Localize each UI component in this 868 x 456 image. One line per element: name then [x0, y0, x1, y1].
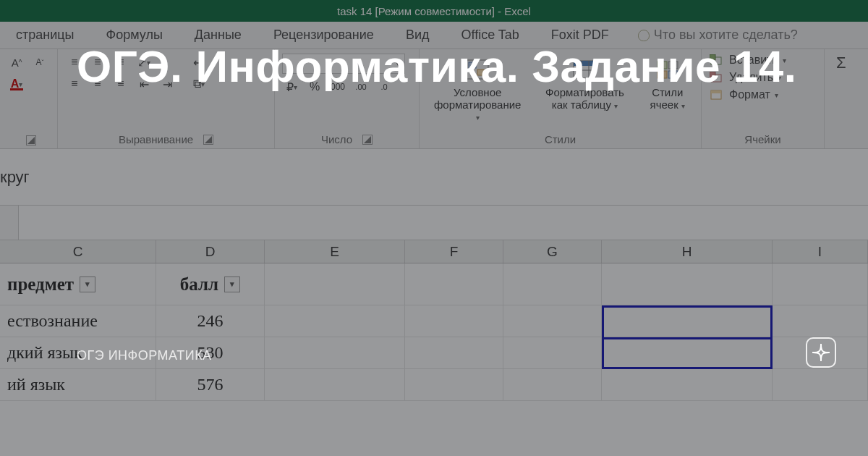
- cell[interactable]: [773, 369, 868, 401]
- article-title: ОГЭ. Информатика. Задание 14.: [77, 40, 839, 93]
- cell[interactable]: [503, 305, 602, 337]
- cell[interactable]: [503, 263, 602, 305]
- cell[interactable]: ествознание: [0, 305, 156, 337]
- cell[interactable]: 246: [156, 305, 265, 337]
- cell[interactable]: [265, 337, 405, 369]
- col-header-f[interactable]: F: [405, 240, 503, 263]
- column-headers: C D E F G H I: [0, 240, 868, 263]
- cell[interactable]: [265, 305, 405, 337]
- window-titlebar: task 14 [Режим совместимости] - Excel: [0, 0, 868, 22]
- cell[interactable]: [405, 337, 503, 369]
- font-dialog-launcher[interactable]: [26, 135, 36, 145]
- article-author: ОГЭ ИНФОРМАТИКА: [77, 348, 212, 363]
- cell[interactable]: [265, 263, 405, 305]
- cell[interactable]: [503, 369, 602, 401]
- filter-icon[interactable]: ▾: [80, 276, 95, 292]
- cell[interactable]: [602, 337, 773, 369]
- col-header-e[interactable]: E: [265, 240, 405, 263]
- col-header-c[interactable]: C: [0, 240, 156, 263]
- cell[interactable]: [602, 263, 773, 305]
- cell[interactable]: [602, 369, 773, 401]
- cell[interactable]: [503, 337, 602, 369]
- font-shrink-button[interactable]: Aˇ: [30, 54, 49, 71]
- spacer-row: [0, 206, 868, 240]
- cell[interactable]: [265, 369, 405, 401]
- formula-bar-text: круг: [0, 168, 30, 187]
- font-group: A^ Aˇ A ▾: [0, 49, 58, 148]
- font-grow-button[interactable]: A^: [7, 54, 26, 71]
- font-color-button[interactable]: A ▾: [7, 75, 26, 93]
- alignment-group-label: Выравнивание: [119, 133, 193, 145]
- cell[interactable]: [405, 263, 503, 305]
- cell[interactable]: [773, 263, 868, 305]
- cell[interactable]: ий язык: [0, 369, 156, 401]
- zen-platform-icon: [806, 337, 836, 368]
- cell[interactable]: [405, 369, 503, 401]
- cell[interactable]: [773, 305, 868, 337]
- window-title: task 14 [Режим совместимости] - Excel: [337, 5, 531, 17]
- worksheet[interactable]: предмет ▾ балл ▾ ествознание 246 дкий яз…: [0, 263, 868, 401]
- filter-icon[interactable]: ▾: [224, 276, 240, 292]
- cell-header-score[interactable]: балл ▾: [156, 263, 265, 305]
- number-dialog-launcher[interactable]: [362, 135, 373, 145]
- cells-group-label: Ячейки: [744, 133, 780, 145]
- col-header-g[interactable]: G: [503, 240, 602, 263]
- number-group-label: Число: [321, 133, 352, 145]
- cell[interactable]: [405, 305, 503, 337]
- cell[interactable]: 576: [156, 369, 265, 401]
- col-header-d[interactable]: D: [156, 240, 265, 263]
- cell-header-subject[interactable]: предмет ▾: [0, 263, 156, 305]
- col-header-i[interactable]: I: [773, 240, 868, 263]
- alignment-dialog-launcher[interactable]: [203, 135, 213, 145]
- col-header-h[interactable]: H: [602, 240, 773, 263]
- formula-bar[interactable]: круг: [0, 149, 868, 206]
- styles-group-label: Стили: [545, 133, 576, 145]
- cell[interactable]: [602, 305, 773, 337]
